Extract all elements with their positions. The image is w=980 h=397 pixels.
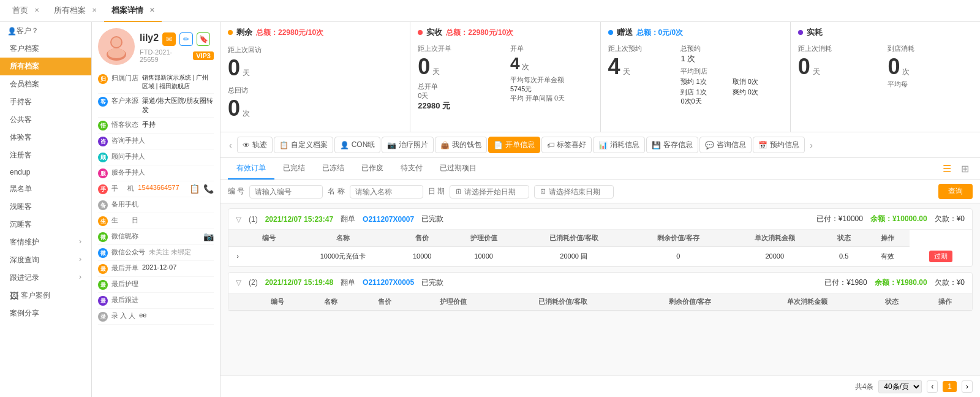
view-grid-btn[interactable]: ⊞ bbox=[957, 162, 973, 176]
toolbar-btn-con[interactable]: 👤 CON纸 bbox=[334, 137, 381, 153]
sidebar-item-deep-sleep[interactable]: 沉睡客 bbox=[0, 216, 91, 233]
sub-tab-completed[interactable]: 已完结 bbox=[274, 158, 314, 180]
toolbar-btn-wallet[interactable]: 👜 我的钱包 bbox=[435, 137, 487, 153]
profile-icon-phone[interactable]: 🔖 bbox=[197, 32, 210, 46]
filter-end-date[interactable] bbox=[534, 185, 614, 198]
sidebar-item-case-share[interactable]: 案例分享 bbox=[0, 304, 91, 322]
profile-field-service: 服 服务手持人 bbox=[98, 165, 214, 181]
toolbar-btn-consult-info[interactable]: 💬 咨询信息 bbox=[699, 137, 752, 153]
tab-file-detail[interactable]: 档案详情 ✕ bbox=[104, 0, 162, 22]
toolbar-btn-customer-store[interactable]: 💾 客存信息 bbox=[646, 137, 698, 153]
sidebar-item-register[interactable]: 注册客 bbox=[0, 146, 91, 164]
toolbar-btn-order-info[interactable]: 📄 开单信息 bbox=[488, 137, 540, 153]
sidebar-item-follow-record[interactable]: 跟进记录› bbox=[0, 269, 91, 287]
row-consumed: 20000 固 bbox=[518, 247, 629, 267]
tab-close-home[interactable]: ✕ bbox=[34, 7, 39, 13]
order-expand-1[interactable]: ▽ bbox=[236, 215, 241, 224]
sidebar-item-customer-files[interactable]: 客户档案 bbox=[0, 40, 91, 58]
toolbar-prev[interactable]: ‹ bbox=[225, 138, 236, 153]
sidebar-item-member-files[interactable]: 会员档案 bbox=[0, 75, 91, 93]
sub-tab-frozen[interactable]: 已冻结 bbox=[314, 158, 353, 180]
sidebar-item-blacklist[interactable]: 黑名单 bbox=[0, 180, 91, 198]
view-list-btn[interactable]: ☰ bbox=[939, 162, 955, 176]
gift-days-label: 距上次预约 bbox=[608, 44, 676, 53]
profile-name-col: lily2 ✉ ✏ 🔖 FTD-2021-25659 VIP3 bbox=[140, 30, 214, 63]
tab-close-all[interactable]: ✕ bbox=[92, 7, 97, 13]
stats-row: 剩余 总额：22980元/10次 距上次回访 0 天 总回访 0 次 bbox=[221, 22, 980, 132]
sub-tab-voided[interactable]: 已作废 bbox=[353, 158, 392, 180]
dot-consume bbox=[798, 30, 803, 35]
gift-total-appt: 总预约 bbox=[680, 44, 782, 53]
sidebar-item-endup[interactable]: endup bbox=[0, 164, 91, 180]
toolbar-btn-track[interactable]: 👁 轨迹 bbox=[237, 137, 273, 153]
filter-num-input[interactable] bbox=[249, 185, 323, 198]
sidebar-item-public[interactable]: 公共客 bbox=[0, 111, 91, 129]
dot-surplus bbox=[228, 30, 233, 35]
tab-close-detail[interactable]: ✕ bbox=[149, 7, 154, 13]
col-remaining: 剩余价值/客存 bbox=[629, 230, 727, 247]
row-code bbox=[247, 247, 291, 267]
col-nursing-value: 护理价值 bbox=[449, 230, 518, 247]
prev-page-btn[interactable]: ‹ bbox=[927, 380, 938, 393]
dot-actual bbox=[418, 30, 423, 35]
order-header-2: ▽ (2) 2021/12/07 15:19:48 翻单 O211207X000… bbox=[228, 273, 972, 293]
row-expand[interactable]: › bbox=[228, 247, 247, 267]
col-consumed-2: 已消耗价值/客取 bbox=[496, 293, 630, 311]
gift-title: 赠送 bbox=[617, 27, 633, 38]
toolbar-btn-photos[interactable]: 📷 治疗照片 bbox=[382, 137, 434, 153]
sidebar-item-case-group: 🖼 客户案例 bbox=[0, 287, 91, 304]
gift-appt-value: 1 次 bbox=[680, 53, 782, 64]
sidebar-item-experience[interactable]: 体验客 bbox=[0, 129, 91, 146]
view-toggle: ☰ ⊞ bbox=[939, 162, 973, 176]
phone-copy-icon[interactable]: 📋 bbox=[189, 184, 200, 194]
gift-arrive: 0次0天 bbox=[680, 97, 782, 106]
toolbar-btn-tags[interactable]: 🏷 标签喜好 bbox=[541, 137, 592, 153]
col-status-2: 状态 bbox=[865, 293, 919, 311]
toolbar-btn-custom-file[interactable]: 📋 自定义档案 bbox=[274, 137, 333, 153]
sub-tab-pending[interactable]: 待支付 bbox=[392, 158, 431, 180]
order-owe-1: 欠款：¥0 bbox=[935, 214, 965, 224]
phone-call-icon[interactable]: 📞 bbox=[203, 184, 214, 194]
sidebar-item-hand-held[interactable]: 手持客 bbox=[0, 93, 91, 111]
toolbar-btn-appt-info[interactable]: 📅 预约信息 bbox=[753, 137, 805, 153]
sidebar-header[interactable]: 👤 客户？ bbox=[0, 22, 91, 40]
tab-home[interactable]: 首页 ✕ bbox=[5, 0, 47, 22]
current-page: 1 bbox=[943, 381, 957, 392]
gift-sub2: 取消 0次 bbox=[733, 77, 783, 86]
next-page-btn[interactable]: › bbox=[962, 380, 973, 393]
filter-name-input[interactable] bbox=[350, 185, 423, 198]
order-id-2[interactable]: O211207X0005 bbox=[363, 278, 414, 287]
profile-field-last-nursing: 最 最后护理 bbox=[98, 277, 214, 293]
gift-sub3: 到店 1次 bbox=[680, 88, 731, 97]
actual-days-label: 距上次开单 bbox=[418, 44, 500, 53]
sidebar-item-all-files[interactable]: 所有档案 bbox=[0, 58, 91, 75]
profile-icon-msg[interactable]: ✏ bbox=[179, 32, 193, 46]
sidebar-item-deep-query[interactable]: 深度查询› bbox=[0, 251, 91, 269]
order-remain-1: 余额：¥10000.00 bbox=[870, 214, 927, 224]
order-item-2: ▽ (2) 2021/12/07 15:19:48 翻单 O211207X000… bbox=[228, 272, 973, 311]
search-button[interactable]: 查询 bbox=[938, 184, 973, 199]
surplus-total: 总额：22980元/10次 bbox=[256, 28, 323, 38]
wechat-qr-icon[interactable]: 📷 bbox=[203, 232, 214, 241]
profile-icon-edit[interactable]: ✉ bbox=[162, 32, 176, 46]
overdue-btn-1[interactable]: 过期 bbox=[929, 251, 952, 262]
actual-total: 总额：22980元/10次 bbox=[446, 28, 513, 38]
per-page-select[interactable]: 40条/页 20条/页 10条/页 bbox=[878, 380, 922, 393]
sidebar-item-customer-care[interactable]: 客情维护› bbox=[0, 233, 91, 251]
sub-tab-expired[interactable]: 已过期项目 bbox=[431, 158, 485, 180]
sub-tab-valid-orders[interactable]: 有效订单 bbox=[228, 158, 274, 180]
surplus-visits-label: 总回访 bbox=[228, 86, 402, 95]
gift-total: 总额：0元/0次 bbox=[636, 28, 684, 38]
toolbar-btn-consume-info[interactable]: 📊 消耗信息 bbox=[593, 137, 645, 153]
sidebar-item-light-sleep[interactable]: 浅睡客 bbox=[0, 198, 91, 216]
filter-date-label: 日 期 bbox=[428, 186, 445, 197]
row-status: 有效 bbox=[866, 247, 910, 267]
order-id-1[interactable]: O211207X0007 bbox=[363, 215, 414, 224]
order-paid-1: 已付：¥10000 bbox=[816, 214, 863, 224]
tab-all-files[interactable]: 所有档案 ✕ bbox=[47, 0, 104, 22]
toolbar-next[interactable]: › bbox=[806, 138, 816, 153]
filter-start-date[interactable] bbox=[450, 185, 529, 198]
order-expand-2[interactable]: ▽ bbox=[236, 278, 241, 287]
row-action[interactable]: 过期 bbox=[910, 247, 972, 267]
filter-row: 编 号 名 称 日 期 查询 bbox=[221, 180, 980, 203]
